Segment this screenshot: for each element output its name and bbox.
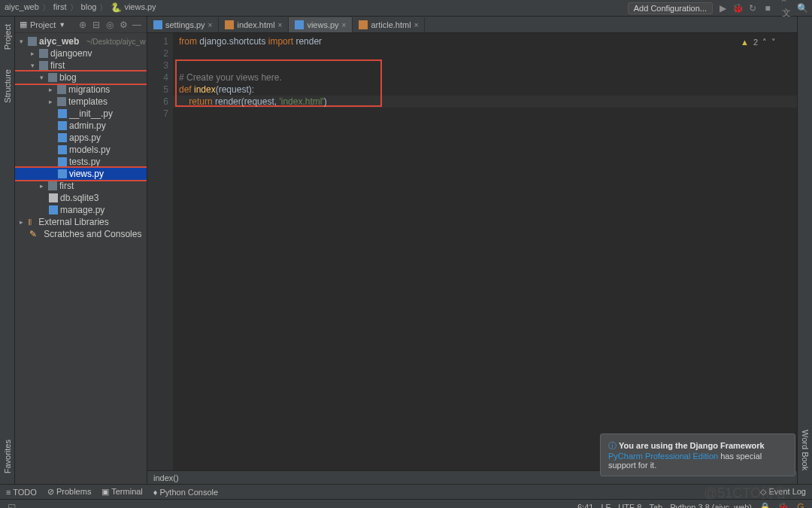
- lock-icon[interactable]: 🔒: [759, 502, 770, 509]
- rail-structure[interactable]: Structure: [2, 65, 14, 108]
- chevron-right-icon: 〉: [42, 2, 50, 14]
- left-rail: Project Structure Favorites: [0, 17, 15, 484]
- navbar: aiyc_web 〉 first 〉 blog 〉 🐍 views.py Add…: [0, 0, 812, 17]
- expand-all-icon[interactable]: ⊕: [77, 20, 88, 30]
- tree-first2[interactable]: ▸first: [15, 180, 147, 192]
- rail-favorites[interactable]: Favorites: [2, 435, 14, 478]
- tree-root[interactable]: ▾aiyc_web ~/Desktop/aiyc_w: [15, 35, 147, 47]
- project-tree[interactable]: ▾aiyc_web ~/Desktop/aiyc_w ▸djangoenv ▾f…: [15, 33, 147, 240]
- gear-icon[interactable]: ⚙: [118, 20, 129, 30]
- info-icon: ⓘ: [608, 441, 617, 450]
- sidebar-title[interactable]: Project: [30, 20, 56, 29]
- close-icon[interactable]: ×: [208, 21, 213, 29]
- bug-icon[interactable]: 🐞: [777, 502, 788, 509]
- search-icon[interactable]: 🔍: [797, 3, 807, 14]
- tree-init[interactable]: __init__.py: [15, 108, 147, 120]
- tab-views-active[interactable]: views.py×: [289, 17, 353, 32]
- tab-article[interactable]: article.html×: [353, 17, 425, 32]
- chevron-right-icon: 〉: [70, 2, 78, 14]
- python-console-button[interactable]: ♦ Python Console: [153, 488, 218, 497]
- code-area[interactable]: 123 4567 from django.shortcuts import re…: [147, 33, 797, 470]
- line-gutter: 123 4567: [147, 33, 173, 470]
- hide-icon[interactable]: —: [132, 20, 142, 30]
- notif-title: You are using the Django Framework: [619, 441, 765, 450]
- tree-scratches[interactable]: ✎ Scratches and Consoles: [15, 228, 147, 240]
- chevron-right-icon: 〉: [99, 2, 108, 14]
- chevron-down-icon[interactable]: ▼: [59, 21, 65, 29]
- rail-project[interactable]: Project: [2, 20, 14, 54]
- encoding[interactable]: UTF-8: [618, 503, 641, 509]
- close-icon[interactable]: ×: [278, 21, 283, 29]
- debug-icon[interactable]: 🐞: [732, 3, 743, 14]
- run-icon[interactable]: ▶: [717, 3, 728, 14]
- indent[interactable]: Tab: [649, 503, 662, 509]
- code-text[interactable]: from django.shortcuts import render # Cr…: [173, 33, 797, 470]
- crumb-first[interactable]: first: [53, 2, 67, 14]
- close-icon[interactable]: ×: [414, 21, 419, 29]
- tree-admin[interactable]: admin.py: [15, 120, 147, 132]
- problems-button[interactable]: ⊘ Problems: [47, 487, 92, 497]
- crumb-project[interactable]: aiyc_web: [5, 2, 39, 14]
- interpreter[interactable]: Python 3.8 (aiyc_web): [670, 503, 752, 509]
- add-configuration-button[interactable]: Add Configuration...: [628, 2, 713, 14]
- rail-wordbook[interactable]: Word Book: [799, 425, 811, 475]
- editor: settings.py× index.html× views.py× artic…: [147, 17, 797, 484]
- tool-windows-bar: ≡ TODO ⊘ Problems ▣ Terminal ♦ Python Co…: [0, 484, 812, 499]
- rerun-icon[interactable]: ↻: [747, 3, 758, 14]
- tree-migrations[interactable]: ▸migrations: [15, 84, 147, 96]
- terminal-button[interactable]: ▣ Terminal: [102, 487, 142, 497]
- editor-tabs: settings.py× index.html× views.py× artic…: [147, 17, 797, 33]
- tree-manage[interactable]: manage.py: [15, 204, 147, 216]
- select-opened-icon[interactable]: ◎: [105, 20, 115, 30]
- python-file-icon: 🐍: [111, 2, 121, 13]
- main-area: Project Structure Favorites ▦ Project ▼ …: [0, 17, 812, 484]
- tree-apps[interactable]: apps.py: [15, 132, 147, 144]
- tree-extlib[interactable]: ▸⫴ External Libraries: [15, 216, 147, 228]
- caret-position[interactable]: 6:41: [577, 503, 593, 509]
- tree-djangoenv[interactable]: ▸djangoenv: [15, 47, 147, 59]
- g-icon[interactable]: G: [795, 502, 806, 509]
- tree-tests[interactable]: tests.py: [15, 156, 147, 168]
- tree-db[interactable]: db.sqlite3: [15, 192, 147, 204]
- crumb-file[interactable]: views.py: [124, 2, 156, 14]
- notification-balloon[interactable]: ⓘ You are using the Django Framework PyC…: [600, 433, 795, 476]
- stop-icon[interactable]: ■: [762, 3, 773, 14]
- folder-icon: ▦: [20, 20, 27, 29]
- right-rail: Word Book: [797, 17, 812, 484]
- tree-templates[interactable]: ▸templates: [15, 96, 147, 108]
- watermark: @51CTO博客: [704, 484, 788, 502]
- notif-link[interactable]: PyCharm Professional Edition: [608, 452, 718, 461]
- tree-blog[interactable]: ▾blog: [15, 71, 147, 84]
- translate-icon[interactable]: ᴬ文: [782, 3, 792, 14]
- todo-button[interactable]: ≡ TODO: [6, 488, 37, 497]
- tree-first[interactable]: ▾first: [15, 59, 147, 71]
- collapse-all-icon[interactable]: ⊟: [91, 20, 102, 30]
- crumb-blog[interactable]: blog: [81, 2, 97, 14]
- tree-models[interactable]: models.py: [15, 144, 147, 156]
- tab-settings[interactable]: settings.py×: [147, 17, 219, 32]
- tree-views-selected[interactable]: views.py: [15, 168, 147, 180]
- tab-index[interactable]: index.html×: [219, 17, 289, 32]
- line-separator[interactable]: LF: [601, 503, 611, 509]
- toolwindows-toggle-icon[interactable]: ◱: [6, 502, 17, 509]
- breadcrumb[interactable]: aiyc_web 〉 first 〉 blog 〉 🐍 views.py: [5, 2, 156, 14]
- status-bar: ◱ 6:41 LF UTF-8 Tab Python 3.8 (aiyc_web…: [0, 499, 812, 508]
- close-icon[interactable]: ×: [342, 21, 347, 29]
- project-sidebar: ▦ Project ▼ ⊕ ⊟ ◎ ⚙ — ▾aiyc_web ~/Deskto…: [15, 17, 147, 484]
- sidebar-header: ▦ Project ▼ ⊕ ⊟ ◎ ⚙ —: [15, 17, 147, 33]
